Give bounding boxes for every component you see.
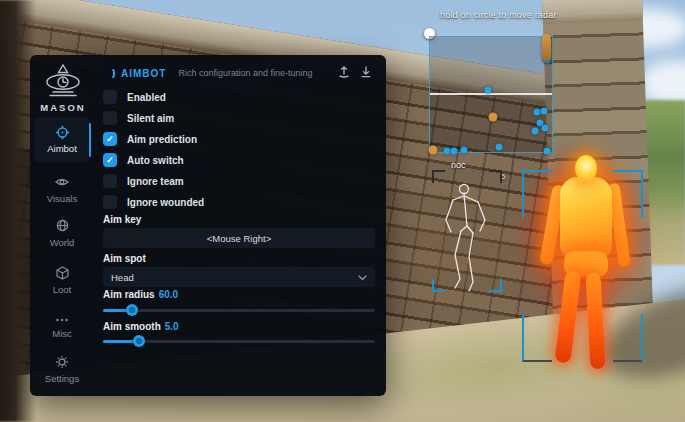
aim-radius-slider[interactable] — [103, 304, 375, 316]
radar-blue-dot — [461, 147, 468, 154]
radar-blue-dot — [544, 148, 551, 155]
aimbot-settings: AIMBOT Rich configuration and fine-tunin… — [103, 55, 375, 396]
aim-key-binding-button[interactable]: <Mouse Right> — [103, 228, 375, 248]
aim-key-label: Aim key — [103, 214, 141, 225]
sidebar-item-label: World — [34, 237, 90, 248]
bracket-corner — [613, 170, 643, 218]
esp-name-tag: noc — [451, 160, 466, 170]
ellipsis-icon — [34, 310, 90, 325]
brand-name: MASON — [30, 102, 96, 113]
aim-smooth-value: 5.0 — [165, 321, 179, 332]
toggle-row: ✓ Auto switch — [103, 153, 184, 167]
checkbox-ignore-wounded[interactable]: ✓ — [103, 195, 117, 209]
aim-spot-value: Head — [111, 272, 134, 283]
bracket-corner — [613, 314, 643, 362]
sidebar-item-settings[interactable]: Settings — [34, 355, 90, 384]
checkbox-aim-prediction[interactable]: ✓ — [103, 132, 117, 146]
radar[interactable] — [429, 36, 553, 153]
active-indicator — [89, 123, 91, 157]
sidebar-item-label: Settings — [34, 373, 90, 384]
slider-handle[interactable] — [126, 304, 138, 316]
upload-icon — [338, 64, 350, 82]
aim-spot-dropdown[interactable]: Head — [103, 267, 375, 287]
mason-logo-icon — [30, 63, 96, 105]
section-header: AIMBOT Rich configuration and fine-tunin… — [103, 62, 308, 84]
radar-blue-dot — [451, 148, 458, 155]
upload-config-button[interactable] — [334, 63, 353, 82]
sidebar-item-label: Misc — [34, 328, 90, 339]
bracket-corner — [522, 170, 552, 218]
sidebar-item-misc[interactable]: Misc — [34, 310, 90, 339]
radar-blue-dot — [485, 87, 492, 94]
globe-icon — [34, 219, 90, 234]
chevron-down-icon — [358, 272, 367, 283]
toggle-row: ✓ Ignore team — [103, 174, 184, 188]
toggle-label: Ignore team — [127, 176, 184, 187]
sidebar-item-loot[interactable]: Loot — [34, 266, 90, 295]
eye-icon — [34, 175, 90, 190]
slider-track[interactable] — [103, 309, 375, 312]
aim-spot-label: Aim spot — [103, 253, 146, 264]
toggle-label: Ignore wounded — [127, 197, 204, 208]
sidebar-item-visuals[interactable]: Visuals — [34, 175, 90, 204]
radar-blue-dot — [541, 108, 548, 115]
offscreen-player-indicator — [542, 34, 551, 61]
download-icon — [360, 64, 372, 82]
radar-orange-dot — [489, 113, 498, 122]
radar-orange-dot — [429, 146, 438, 155]
aim-smooth-text: Aim smooth — [103, 321, 161, 332]
cube-icon — [34, 266, 90, 281]
radar-blue-dot — [542, 125, 549, 132]
spinner-icon — [111, 69, 115, 78]
check-icon: ✓ — [106, 156, 114, 165]
toggle-label: Enabled — [127, 92, 166, 103]
toggle-label: Aim prediction — [127, 134, 197, 145]
checkbox-ignore-team[interactable]: ✓ — [103, 174, 117, 188]
toggle-label: Silent aim — [127, 113, 174, 124]
toggle-row: ✓ Aim prediction — [103, 132, 197, 146]
aim-smooth-slider[interactable] — [103, 335, 375, 347]
bracket-corner — [522, 314, 552, 362]
aim-smooth-label: Aim smooth5.0 — [103, 321, 179, 332]
aim-radius-text: Aim radius — [103, 289, 155, 300]
aim-radius-value: 60.0 — [159, 289, 178, 300]
section-subtitle: Rich configuration and fine-tuning — [178, 68, 312, 78]
sidebar-item-label: Visuals — [34, 193, 90, 204]
download-config-button[interactable] — [356, 63, 375, 82]
sidebar-item-label: Aimbot — [34, 143, 90, 154]
toggle-row: ✓ Silent aim — [103, 111, 174, 125]
check-icon: ✓ — [106, 135, 114, 144]
radar-blue-dot — [444, 148, 451, 155]
toggle-row: ✓ Ignore wounded — [103, 195, 204, 209]
game-screen: noc 5 hold on circle to move radar — [0, 0, 685, 422]
checkbox-auto-switch[interactable]: ✓ — [103, 153, 117, 167]
enemy-esp-box — [522, 170, 643, 362]
sidebar: MASON Aimbot Visuals — [30, 55, 96, 396]
radar-horizon-line — [430, 93, 552, 95]
aim-radius-label: Aim radius60.0 — [103, 289, 178, 300]
radar-blue-dot — [496, 144, 503, 151]
crosshair-icon — [34, 125, 90, 140]
radar-blue-dot — [532, 128, 539, 135]
toggle-row: ✓ Enabled — [103, 90, 166, 104]
sidebar-item-world[interactable]: World — [34, 219, 90, 248]
section-title: AIMBOT — [121, 68, 166, 79]
cheat-menu-panel: MASON Aimbot Visuals — [30, 55, 386, 396]
sidebar-item-label: Loot — [34, 284, 90, 295]
radar-blue-dot — [534, 109, 541, 116]
radar-hint-text: hold on circle to move radar — [440, 10, 557, 20]
checkbox-silent-aim[interactable]: ✓ — [103, 111, 117, 125]
sidebar-item-aimbot[interactable]: Aimbot — [34, 117, 90, 162]
skeleton-esp — [434, 176, 500, 294]
slider-handle[interactable] — [133, 335, 145, 347]
toggle-label: Auto switch — [127, 155, 184, 166]
checkbox-enabled[interactable]: ✓ — [103, 90, 117, 104]
gear-icon — [34, 355, 90, 370]
